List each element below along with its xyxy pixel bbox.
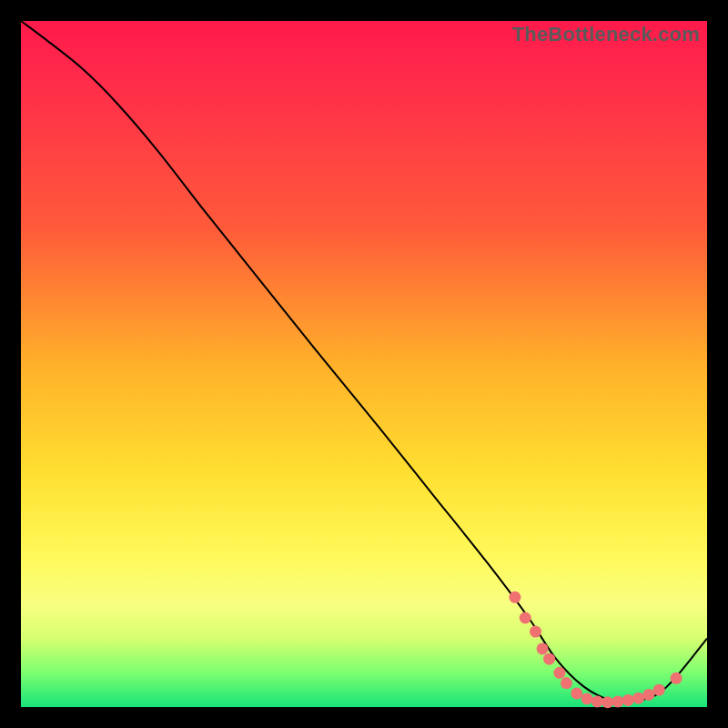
chart-svg — [21, 21, 707, 707]
data-point — [571, 687, 582, 699]
data-markers — [509, 592, 682, 708]
chart-frame: TheBottleneck.com — [0, 0, 728, 728]
data-point — [520, 612, 531, 623]
data-point — [530, 626, 541, 638]
data-point — [561, 677, 572, 689]
data-point — [581, 693, 593, 704]
bottleneck-curve — [21, 21, 707, 702]
data-point — [642, 689, 654, 701]
data-point — [592, 695, 603, 707]
data-point — [543, 653, 555, 665]
data-point — [671, 672, 682, 684]
plot-area: TheBottleneck.com — [21, 21, 707, 707]
data-point — [632, 693, 644, 704]
data-point — [653, 684, 665, 696]
data-point — [553, 667, 565, 679]
data-point — [509, 592, 521, 603]
data-point — [602, 696, 613, 708]
data-point — [612, 695, 623, 707]
data-point — [622, 694, 634, 706]
data-point — [537, 642, 549, 654]
